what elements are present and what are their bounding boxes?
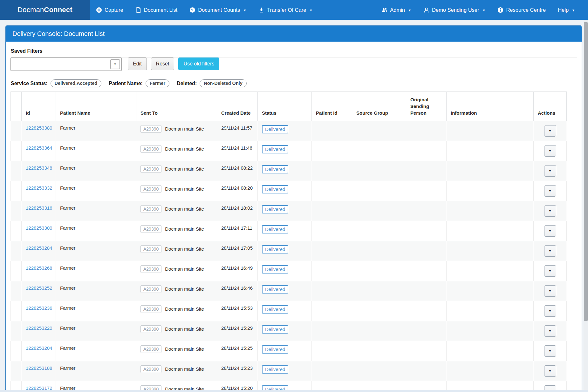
page-title: Delivery Console: Document List: [12, 30, 105, 37]
row-select-cell: [11, 201, 22, 221]
sent-to-cell: A29390Docman main Site: [136, 321, 217, 341]
patient-id-cell: [312, 141, 352, 161]
patient-name-cell: Farmer: [56, 121, 136, 141]
caret-down-icon: ▼: [549, 329, 551, 333]
row-select-cell: [11, 221, 22, 241]
nav-current-user[interactable]: Demo Sending User ▼: [417, 0, 491, 20]
saved-filters-input[interactable]: [11, 58, 121, 71]
brand-suffix: Connect: [44, 6, 72, 14]
status-badge: Delivered: [262, 185, 288, 193]
document-id-link[interactable]: 1228253364: [26, 145, 52, 151]
information-cell: [447, 141, 534, 161]
sent-to-code-badge: A29390: [140, 185, 161, 193]
original-sending-person-cell: [406, 361, 447, 381]
original-sending-person-cell: [406, 161, 447, 181]
created-date-cell: 29/11/24 08:22: [217, 161, 258, 181]
header-original-sending-person: Original Sending Person: [406, 92, 447, 121]
document-id-link[interactable]: 1228253348: [26, 165, 52, 171]
patient-id-cell: [312, 161, 352, 181]
sent-to-code-badge: A29390: [140, 345, 161, 353]
vertical-scrollbar-thumb[interactable]: [584, 22, 588, 321]
nav-document-list[interactable]: Document List: [129, 0, 183, 20]
document-id-link[interactable]: 1228253300: [26, 225, 52, 231]
filter-pill-deleted[interactable]: Non-Deleted Only: [200, 79, 247, 87]
filter-pill-patient-name[interactable]: Farmer: [146, 79, 169, 87]
document-id-link[interactable]: 1228253220: [26, 325, 52, 331]
row-actions-dropdown-button[interactable]: ▼: [544, 165, 556, 177]
sent-to-code-badge: A29390: [140, 125, 161, 133]
sent-to-site-text: Docman main Site: [165, 126, 204, 132]
document-id-link[interactable]: 1228253204: [26, 345, 52, 351]
document-id-link[interactable]: 1228253284: [26, 245, 52, 251]
users-icon: [381, 7, 387, 13]
patient-id-cell: [312, 121, 352, 141]
reset-button[interactable]: Reset: [151, 57, 174, 70]
status-badge: Delivered: [262, 285, 288, 294]
patient-id-cell: [312, 281, 352, 301]
caret-down-icon: ▼: [549, 249, 551, 253]
row-select-cell: [11, 181, 22, 201]
row-actions-dropdown-button[interactable]: ▼: [544, 125, 556, 137]
table-row: 1228253284 Farmer A29390Docman main Site…: [11, 241, 567, 261]
use-old-filters-button[interactable]: Use old filters: [178, 57, 219, 70]
sent-to-code-badge: A29390: [140, 245, 161, 253]
caret-down-icon: ▼: [549, 169, 551, 172]
document-id-link[interactable]: 1228253252: [26, 285, 52, 291]
information-cell: [447, 161, 534, 181]
row-actions-dropdown-button[interactable]: ▼: [544, 285, 556, 297]
sent-to-site-text: Docman main Site: [165, 306, 204, 312]
source-group-cell: [352, 341, 406, 361]
nav-resource-centre[interactable]: Resource Centre: [491, 0, 552, 20]
edit-button[interactable]: Edit: [128, 57, 147, 70]
document-id-link[interactable]: 1228253332: [26, 185, 52, 191]
sent-to-cell: A29390Docman main Site: [136, 121, 217, 141]
row-actions-dropdown-button[interactable]: ▼: [544, 225, 556, 237]
row-actions-dropdown-button[interactable]: ▼: [544, 265, 556, 277]
header-information: Information: [447, 92, 534, 121]
row-actions-dropdown-button[interactable]: ▼: [544, 185, 556, 197]
document-id-link[interactable]: 1228253268: [26, 265, 52, 271]
row-select-cell: [11, 121, 22, 141]
patient-id-cell: [312, 321, 352, 341]
nav-transfer-of-care[interactable]: Transfer Of Care ▼: [252, 0, 318, 20]
saved-filters-dropdown-button[interactable]: ▼: [110, 59, 120, 69]
row-actions-dropdown-button[interactable]: ▼: [544, 305, 556, 317]
table-row: 1228253348 Farmer A29390Docman main Site…: [11, 161, 567, 181]
status-badge: Delivered: [262, 205, 288, 213]
header-actions: Actions: [534, 92, 567, 121]
row-actions-dropdown-button[interactable]: ▼: [544, 365, 556, 377]
nav-admin[interactable]: Admin ▼: [375, 0, 417, 20]
row-select-cell: [11, 301, 22, 321]
information-cell: [447, 181, 534, 201]
information-cell: [447, 361, 534, 381]
document-id-link[interactable]: 1228253380: [26, 125, 52, 131]
header-patient-name: Patient Name: [56, 92, 136, 121]
sent-to-site-text: Docman main Site: [165, 166, 204, 172]
row-actions-dropdown-button[interactable]: ▼: [544, 345, 556, 357]
document-id-link[interactable]: 1228253236: [26, 305, 52, 311]
brand-logo[interactable]: DocmanConnect: [0, 0, 90, 20]
sent-to-site-text: Docman main Site: [165, 246, 204, 252]
source-group-cell: [352, 241, 406, 261]
filter-pill-service-status[interactable]: Delivered,Accepted: [51, 79, 102, 87]
sent-to-cell: A29390Docman main Site: [136, 201, 217, 221]
panel-header: Delivery Console: Document List: [6, 26, 582, 42]
created-date-cell: 28/11/24 15:23: [217, 361, 258, 381]
nav-capture[interactable]: Capture: [90, 0, 129, 20]
patient-name-cell: Farmer: [56, 321, 136, 341]
document-id-link[interactable]: 1228253316: [26, 205, 52, 211]
row-actions-dropdown-button[interactable]: ▼: [544, 145, 556, 157]
information-cell: [447, 241, 534, 261]
nav-label: Capture: [105, 7, 123, 13]
vertical-scrollbar-track[interactable]: [584, 20, 588, 392]
table-header-row: Id Patient Name Sent To Created Date Sta…: [11, 92, 567, 121]
original-sending-person-cell: [406, 241, 447, 261]
nav-document-counts[interactable]: Document Counts ▼: [183, 0, 252, 20]
information-cell: [447, 261, 534, 281]
nav-label: Transfer Of Care: [267, 7, 306, 13]
row-actions-dropdown-button[interactable]: ▼: [544, 325, 556, 337]
row-actions-dropdown-button[interactable]: ▼: [544, 245, 556, 257]
row-actions-dropdown-button[interactable]: ▼: [544, 205, 556, 217]
document-id-link[interactable]: 1228253188: [26, 365, 52, 371]
nav-help[interactable]: Help ▼: [552, 0, 581, 20]
